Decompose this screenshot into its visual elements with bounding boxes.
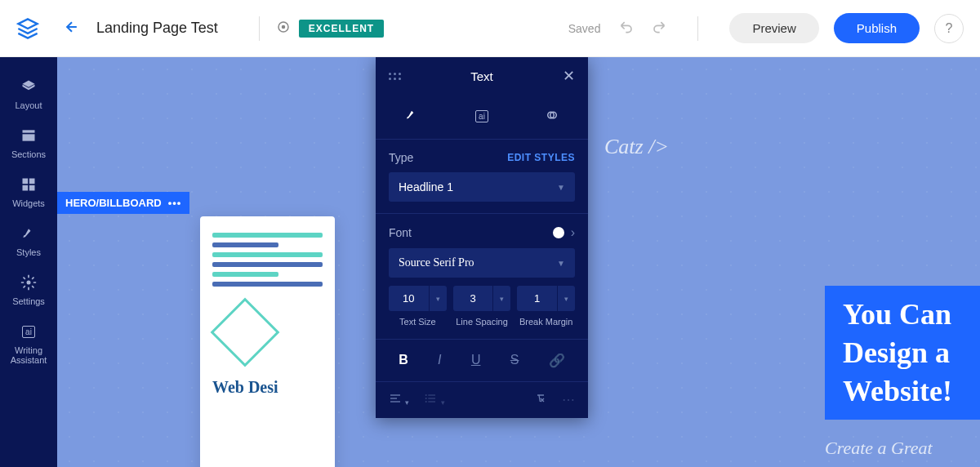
svg-rect-4 [23,179,29,185]
quality-badge: EXCELLENT [299,20,384,38]
bold-button[interactable]: B [395,349,412,371]
tab-link[interactable] [535,103,569,131]
stepper-icon[interactable]: ▾ [557,286,575,311]
type-label: Type [389,151,413,164]
sidebar-label: Settings [12,296,45,306]
font-select[interactable]: Source Serif Pro ▼ [389,248,575,278]
svg-rect-6 [23,185,29,191]
tab-ai[interactable]: ai [466,103,498,131]
sidebar-label: Writing Assistant [0,345,57,365]
more-options-icon[interactable]: ••• [168,197,182,209]
svg-rect-13 [390,402,400,403]
font-value: Source Serif Pro [399,256,474,269]
break-margin-value: 1 [517,286,557,311]
line-spacing-label: Line Spacing [456,317,508,327]
sidebar-label: Layout [15,100,42,110]
italic-button[interactable]: I [434,349,444,371]
text-size-label: Text Size [399,317,436,327]
svg-rect-11 [390,395,400,396]
app-logo-icon [16,17,39,40]
svg-point-8 [27,281,31,285]
break-margin-label: Break Margin [519,317,572,327]
undo-button[interactable] [619,19,635,38]
font-color-swatch[interactable] [553,227,564,238]
svg-rect-2 [23,130,35,132]
sidebar-item-sections[interactable]: Sections [0,118,57,167]
svg-rect-19 [429,402,436,403]
svg-rect-12 [390,398,397,399]
ai-icon: ai [20,322,38,340]
topbar: Landing Page Test EXCELLENT Saved Previe… [0,0,980,57]
clear-format-button[interactable] [534,392,547,408]
line-spacing-input[interactable]: 3 ▾ [453,286,511,311]
sidebar-item-layout[interactable]: Layout [0,69,57,118]
svg-point-1 [282,25,284,28]
hero-subtitle[interactable]: Create a Great Looking Website Today Wit… [825,436,980,467]
panel-tabs: ai [376,95,588,140]
redo-button[interactable] [650,19,666,38]
type-select[interactable]: Headline 1 ▼ [389,172,575,202]
sidebar-item-settings[interactable]: Settings [0,265,57,314]
svg-point-18 [425,401,427,403]
publish-button[interactable]: Publish [834,13,920,43]
svg-rect-7 [29,185,35,191]
panel-header: Text ✕ [376,57,588,95]
widgets-icon [20,176,38,193]
caret-down-icon: ▼ [557,259,565,268]
svg-point-14 [425,394,427,396]
preview-button[interactable]: Preview [729,13,818,43]
layout-icon [20,78,38,96]
page-title: Landing Page Test [96,20,218,37]
svg-rect-5 [29,179,35,185]
caret-down-icon: ▼ [557,183,565,192]
text-size-value: 10 [389,286,429,311]
sidebar-item-styles[interactable]: Styles [0,216,57,265]
align-left-button[interactable]: ▾ [389,392,409,408]
canvas[interactable]: Catz /> HERO/BILLBOARD ••• Web Desi You … [57,57,980,467]
text-size-input[interactable]: 10 ▾ [389,286,447,311]
sidebar-item-widgets[interactable]: Widgets [0,167,57,216]
panel-title: Text [470,69,493,83]
book-mockup-image: Web Desi [200,216,335,467]
stepper-icon[interactable]: ▾ [492,286,510,311]
divider [697,16,698,41]
list-button[interactable]: ▾ [424,392,444,408]
settings-icon [20,274,38,291]
strikethrough-button[interactable]: S [507,349,523,371]
divider [259,16,260,41]
hero-section-label[interactable]: HERO/BILLBOARD ••• [57,192,189,214]
underline-button[interactable]: U [468,349,484,371]
close-button[interactable]: ✕ [563,67,575,85]
sidebar-item-writing-assistant[interactable]: ai Writing Assistant [0,314,57,373]
sidebar-label: Styles [16,247,41,257]
link-button[interactable]: 🔗 [546,349,568,371]
back-button[interactable] [64,19,80,38]
svg-rect-15 [429,395,436,396]
hero-label-text: HERO/BILLBOARD [65,197,162,209]
break-margin-input[interactable]: 1 ▾ [517,286,575,311]
more-button[interactable]: ⋯ [562,392,575,408]
line-spacing-value: 3 [453,286,493,311]
svg-rect-17 [429,398,436,399]
font-label: Font [389,226,412,239]
help-button[interactable]: ? [934,14,964,43]
sections-icon [20,127,38,145]
book-title-text: Web Desi [212,378,323,397]
stepper-icon[interactable]: ▾ [429,286,447,311]
saved-status: Saved [568,22,601,35]
brand-tag: Catz /> [604,135,669,159]
quality-target-icon[interactable] [276,20,291,38]
sidebar-label: Sections [11,149,46,159]
edit-styles-link[interactable]: EDIT STYLES [507,152,575,163]
format-toolbar: B I U S 🔗 [376,340,588,382]
type-value: Headline 1 [399,180,453,193]
tab-styling[interactable] [394,103,429,131]
sidebar: Layout Sections Widgets Styles Settings … [0,57,57,467]
hero-heading[interactable]: You Can Design a Website! [825,286,980,420]
svg-point-16 [425,398,427,399]
alignment-toolbar: ▾ ▾ ⋯ [376,382,588,418]
chevron-right-icon[interactable]: › [571,225,575,240]
styles-icon [20,225,38,242]
svg-rect-3 [23,134,35,140]
drag-handle-icon[interactable] [389,73,401,80]
